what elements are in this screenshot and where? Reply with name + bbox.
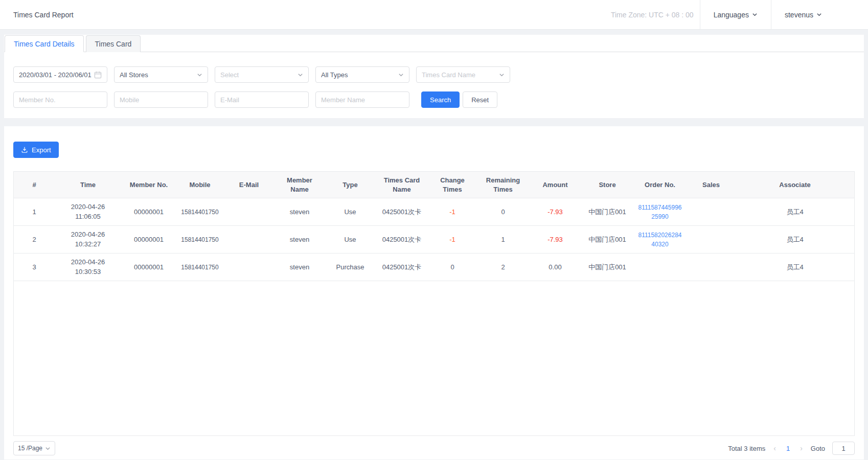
table-row: 1 2020-04-26 11:06:05 00000001 158144017… [14,198,854,226]
cell-amount: -7.93 [529,198,581,226]
col-mobile: Mobile [176,172,223,198]
mobile-value: 15814401750 [181,263,218,272]
col-order-no: Order No. [633,172,687,198]
cell-remaining-times: 0 [477,198,529,226]
cell-sales [687,198,736,226]
languages-label: Languages [714,11,749,19]
pagination-controls: Total 3 items ‹ 1 › Goto [728,442,855,455]
status-select[interactable]: Select [215,66,309,83]
page-number[interactable]: 1 [784,445,792,452]
col-associate: Associate [736,172,854,198]
tab-bar: Times Card Details Times Card [4,35,864,52]
cell-mobile: 15814401750 [176,198,223,226]
cell-associate: 员工4 [736,226,854,254]
timezone-label: Time Zone: UTC + 08 : 00 [611,0,700,29]
cell-member-no: 00000001 [121,226,176,254]
times-card-table: # Time Member No. Mobile E-Mail Member N… [13,171,855,436]
table-panel: Export # Time Member No. Mobile E-Mail [4,126,864,459]
col-time: Time [55,172,121,198]
cell-change-times: 0 [428,254,477,281]
cell-sales [687,226,736,254]
date-range-picker[interactable]: 2020/03/01 - 2020/06/01 [13,66,107,83]
tab-times-card-details[interactable]: Times Card Details [5,35,84,52]
reset-button[interactable]: Reset [463,91,497,108]
cell-index: 1 [14,198,55,226]
goto-label: Goto [811,445,825,452]
cell-time: 2020-04-26 11:06:05 [55,198,121,226]
pagination-bar: 15 /Page Total 3 items ‹ 1 › Goto [13,441,855,455]
col-times-card-name: Times Card Name [376,172,428,198]
order-link[interactable]: 811158202628440320 [637,231,682,249]
username-label: stevenus [785,11,813,19]
cell-amount: 0.00 [529,254,581,281]
table-header-row: # Time Member No. Mobile E-Mail Member N… [14,172,854,198]
mobile-input[interactable] [114,91,208,108]
store-select[interactable]: All Stores [114,66,208,83]
prev-page-button[interactable]: ‹ [772,444,777,452]
table-row: 3 2020-04-26 10:30:53 00000001 158144017… [14,254,854,281]
cell-associate: 员工4 [736,198,854,226]
goto-input[interactable] [832,442,855,455]
cell-store: 中国门店001 [581,226,633,254]
header-right: Time Zone: UTC + 08 : 00 Languages steve… [611,0,868,29]
mobile-value: 15814401750 [181,236,218,244]
type-select[interactable]: All Types [315,66,409,83]
export-label: Export [32,146,51,154]
cell-member-name: steven [275,254,325,281]
cell-member-no: 00000001 [121,198,176,226]
search-button[interactable]: Search [421,91,460,108]
col-remaining-times: Remaining Times [477,172,529,198]
cell-times-card-name: 0425001次卡 [376,198,428,226]
cell-type: Use [325,226,376,254]
cell-store: 中国门店001 [581,254,633,281]
cell-store: 中国门店001 [581,198,633,226]
cell-type: Purchase [325,254,376,281]
filter-row-1: 2020/03/01 - 2020/06/01 All Stores Selec… [13,66,855,83]
member-name-input[interactable] [315,91,409,108]
app-header: Times Card Report Time Zone: UTC + 08 : … [0,0,868,30]
filter-panel: Times Card Details Times Card 2020/03/01… [4,35,864,118]
cell-associate: 员工4 [736,254,854,281]
cell-order-no: 811158202628440320 [633,226,687,254]
chevron-down-icon [752,12,758,17]
col-sales: Sales [687,172,736,198]
cell-change-times: -1 [428,226,477,254]
table-row: 2 2020-04-26 10:32:27 00000001 158144017… [14,226,854,254]
chevron-down-icon [45,446,51,451]
tab-times-card[interactable]: Times Card [86,35,141,52]
col-member-name: Member Name [275,172,325,198]
cell-index: 3 [14,254,55,281]
user-menu[interactable]: stevenus [771,0,868,29]
col-store: Store [581,172,633,198]
page-title: Times Card Report [13,11,74,19]
cell-amount: -7.93 [529,226,581,254]
cell-remaining-times: 1 [477,226,529,254]
order-link[interactable]: 811158744599625990 [637,203,682,221]
calendar-icon [94,71,102,79]
chevron-down-icon [398,72,404,78]
cell-member-no: 00000001 [121,254,176,281]
cell-email [223,198,275,226]
languages-menu[interactable]: Languages [700,0,771,29]
cell-member-name: steven [275,198,325,226]
status-select-placeholder: Select [220,71,239,79]
filter-row-2: Search Reset [13,91,855,108]
col-amount: Amount [529,172,581,198]
cell-member-name: steven [275,226,325,254]
page-size-select[interactable]: 15 /Page [13,441,55,455]
col-type: Type [325,172,376,198]
times-card-name-placeholder: Times Card Name [422,71,475,79]
col-change-times: Change Times [428,172,477,198]
member-no-input[interactable] [13,91,107,108]
cell-change-times: -1 [428,198,477,226]
next-page-button[interactable]: › [799,444,804,452]
page-size-value: 15 /Page [18,445,42,452]
times-card-name-select[interactable]: Times Card Name [416,66,510,83]
chevron-down-icon [499,72,505,78]
email-input[interactable] [215,91,309,108]
export-button[interactable]: Export [13,142,59,158]
cell-mobile: 15814401750 [176,254,223,281]
cell-time: 2020-04-26 10:30:53 [55,254,121,281]
chevron-down-icon [197,72,202,78]
chevron-down-icon [816,12,822,17]
